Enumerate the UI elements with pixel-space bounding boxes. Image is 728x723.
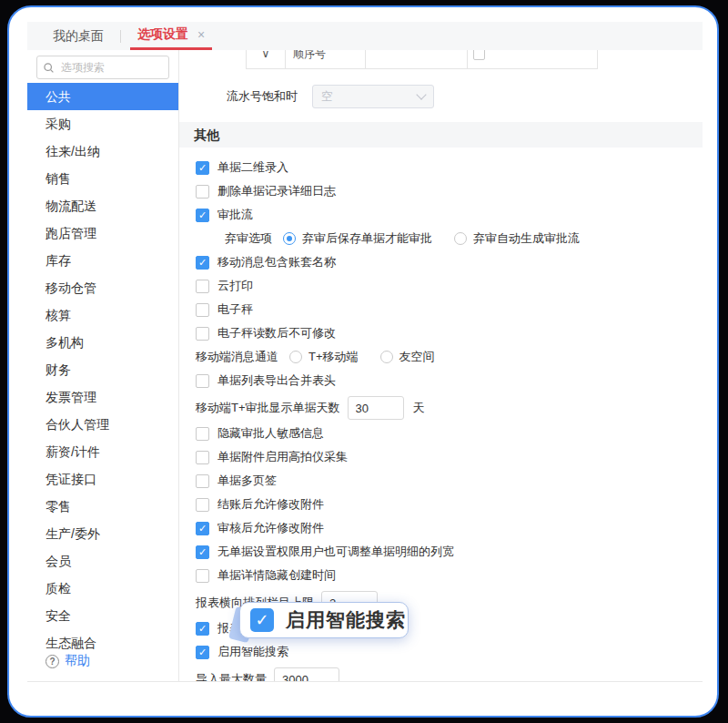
checkbox[interactable] <box>196 474 209 488</box>
checkbox[interactable]: ✓ <box>196 209 209 222</box>
sidebar-item[interactable]: 往来/出纳 <box>27 137 178 165</box>
sidebar-item[interactable]: 移动仓管 <box>27 274 178 301</box>
settings-panel: ∨顺序号 流水号饱和时 空 其他 ✓单据二维录入删除单据记录详细日志✓审批流弃审… <box>179 50 703 681</box>
sidebar-item[interactable]: 采购 <box>27 110 178 137</box>
search-box[interactable] <box>36 56 169 79</box>
radio-option[interactable]: T+移动端 <box>289 349 359 365</box>
sidebar-nav: 公共采购往来/出纳销售物流配送跑店管理库存移动仓管核算多机构财务发票管理合伙人管… <box>27 83 178 653</box>
setting-row: 导入最大数量 <box>196 667 703 681</box>
checkbox[interactable]: ✓ <box>196 256 209 270</box>
checkbox[interactable]: ✓ <box>196 545 209 559</box>
zoom-tooltip: ✓ 启用智能搜索 <box>239 602 409 638</box>
sidebar-item[interactable]: 生产/委外 <box>27 520 178 547</box>
setting-row: ✓移动消息包含账套名称 <box>196 254 703 270</box>
sidebar: 公共采购往来/出纳销售物流配送跑店管理库存移动仓管核算多机构财务发票管理合伙人管… <box>27 50 179 681</box>
checkbox[interactable] <box>196 280 209 293</box>
table-cell <box>468 50 598 69</box>
sidebar-item[interactable]: 公共 <box>27 83 178 110</box>
search-input[interactable] <box>59 60 163 75</box>
tab-divider <box>120 30 121 43</box>
app-window: 我的桌面 选项设置 × 公共采购往来/出纳销售物流配送跑店管理库存移动仓管核算多… <box>7 5 719 718</box>
sidebar-item[interactable]: 生态融合 <box>27 629 178 653</box>
sidebar-item[interactable]: 库存 <box>27 247 178 274</box>
setting-label: 结账后允许修改附件 <box>217 496 324 513</box>
checkbox[interactable] <box>196 569 209 583</box>
setting-label: 云打印 <box>217 278 253 294</box>
checkbox[interactable]: ✓ <box>196 161 209 175</box>
radio-label: 弃审自动生成审批流 <box>473 230 580 247</box>
tab-label: 我的桌面 <box>53 28 104 45</box>
help-link[interactable]: ? 帮助 <box>27 653 178 681</box>
smart-search-checkbox-zoomed: ✓ <box>250 608 274 632</box>
help-label: 帮助 <box>65 653 90 669</box>
setting-label: 单据列表导出合并表头 <box>217 372 336 389</box>
checkbox[interactable]: ✓ <box>196 622 209 636</box>
radio-option[interactable]: 弃审自动生成审批流 <box>454 230 580 247</box>
number-input[interactable] <box>348 396 404 420</box>
radio-option[interactable]: 弃审后保存单据才能审批 <box>283 230 432 247</box>
sidebar-item[interactable]: 安全 <box>27 602 178 629</box>
radio[interactable] <box>289 351 302 363</box>
serial-saturation-row: 流水号饱和时 空 <box>227 85 703 108</box>
setting-row: ✓单据二维录入 <box>196 159 703 176</box>
checkbox[interactable] <box>196 451 209 464</box>
sidebar-item[interactable]: 发票管理 <box>27 383 178 411</box>
setting-label: 删除单据记录详细日志 <box>217 183 336 199</box>
setting-label: 单据二维录入 <box>217 159 288 176</box>
content-body: 公共采购往来/出纳销售物流配送跑店管理库存移动仓管核算多机构财务发票管理合伙人管… <box>27 50 703 682</box>
setting-row: 单据多页签 <box>196 473 703 489</box>
setting-row: 移动端T+审批显示单据天数天 <box>196 396 703 420</box>
checkbox[interactable] <box>196 303 209 317</box>
setting-label: 审核后允许修改附件 <box>217 520 324 536</box>
sidebar-item[interactable]: 物流配送 <box>27 192 178 219</box>
radio[interactable] <box>380 351 393 363</box>
number-input[interactable] <box>274 667 339 681</box>
sidebar-item[interactable]: 凭证接口 <box>27 465 178 493</box>
checkbox[interactable] <box>196 185 209 199</box>
sidebar-item[interactable]: 多机构 <box>27 329 178 356</box>
setting-row: 移动端消息通道T+移动端友空间 <box>196 349 703 365</box>
group-label: 移动端消息通道 <box>196 349 278 365</box>
sidebar-item[interactable]: 零售 <box>27 493 178 520</box>
checkbox[interactable] <box>196 374 209 388</box>
sidebar-item[interactable]: 质检 <box>27 575 178 602</box>
sidebar-item[interactable]: 销售 <box>27 165 178 192</box>
sidebar-item[interactable]: 核算 <box>27 301 178 329</box>
setting-row: ✓启用智能搜索 <box>196 644 703 660</box>
radio-option[interactable]: 友空间 <box>380 349 435 365</box>
radio[interactable] <box>454 232 467 245</box>
chevron-down-icon <box>416 89 426 99</box>
zoom-tooltip-label: 启用智能搜索 <box>286 607 406 633</box>
tab-bar: 我的桌面 选项设置 × <box>27 22 703 50</box>
setting-row: 弃审选项弃审后保存单据才能审批弃审自动生成审批流 <box>196 230 703 247</box>
checkbox[interactable] <box>473 50 485 60</box>
checkbox[interactable] <box>196 327 209 341</box>
sidebar-item[interactable]: 薪资/计件 <box>27 438 178 465</box>
radio-label: T+移动端 <box>308 349 359 365</box>
radio-label: 弃审后保存单据才能审批 <box>302 230 432 247</box>
setting-row: ✓无单据设置权限用户也可调整单据明细的列宽 <box>196 544 703 560</box>
setting-label: 审批流 <box>217 207 253 223</box>
tab-option-settings[interactable]: 选项设置 × <box>130 22 212 50</box>
setting-row: 电子秤 <box>196 301 703 318</box>
setting-row: 删除单据记录详细日志 <box>196 183 703 199</box>
tab-label: 选项设置 <box>137 26 188 43</box>
setting-label: 单据多页签 <box>217 473 277 489</box>
close-icon[interactable]: × <box>197 28 205 41</box>
sidebar-item[interactable]: 跑店管理 <box>27 219 178 247</box>
setting-label: 单据详情隐藏创建时间 <box>217 567 336 584</box>
setting-row: 单据详情隐藏创建时间 <box>196 567 703 584</box>
radio[interactable] <box>283 232 296 245</box>
setting-label: 启用智能搜索 <box>217 644 288 660</box>
checkbox[interactable]: ✓ <box>196 522 209 535</box>
checkbox[interactable] <box>196 498 209 512</box>
radio-label: 友空间 <box>399 349 435 365</box>
checkbox[interactable] <box>196 427 209 441</box>
setting-label: 移动消息包含账套名称 <box>217 254 336 270</box>
sidebar-item[interactable]: 财务 <box>27 356 178 383</box>
sidebar-item[interactable]: 会员 <box>27 547 178 575</box>
question-icon: ? <box>46 655 59 668</box>
checkbox[interactable]: ✓ <box>196 646 209 659</box>
tab-my-desktop[interactable]: 我的桌面 <box>46 22 111 50</box>
sidebar-item[interactable]: 合伙人管理 <box>27 411 178 438</box>
